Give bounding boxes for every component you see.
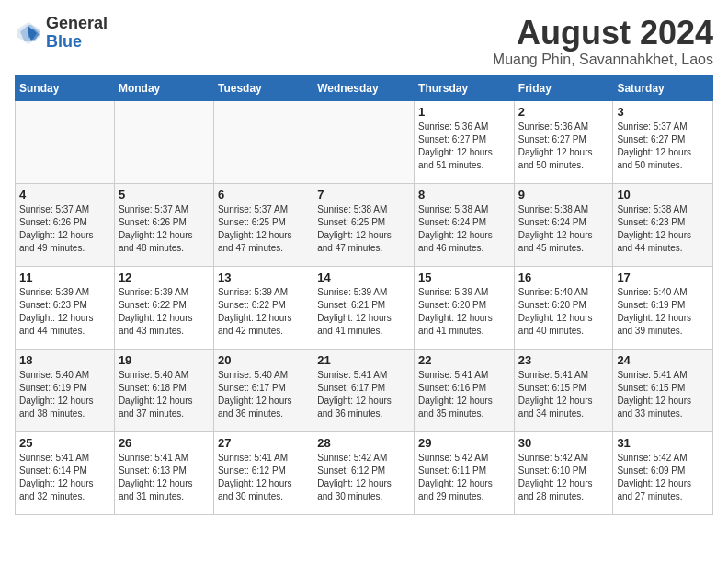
column-header-monday: Monday bbox=[114, 75, 213, 100]
day-cell: 18Sunrise: 5:40 AM Sunset: 6:19 PM Dayli… bbox=[16, 349, 115, 431]
day-cell: 24Sunrise: 5:41 AM Sunset: 6:15 PM Dayli… bbox=[613, 349, 713, 431]
day-cell: 1Sunrise: 5:36 AM Sunset: 6:27 PM Daylig… bbox=[415, 100, 515, 183]
location-subtitle: Muang Phin, Savannahkhet, Laos bbox=[493, 52, 713, 68]
day-number: 14 bbox=[317, 270, 410, 284]
day-number: 16 bbox=[518, 270, 609, 284]
day-cell: 22Sunrise: 5:41 AM Sunset: 6:16 PM Dayli… bbox=[415, 349, 515, 431]
day-info: Sunrise: 5:39 AM Sunset: 6:22 PM Dayligh… bbox=[218, 286, 309, 338]
calendar-table: SundayMondayTuesdayWednesdayThursdayFrid… bbox=[15, 75, 713, 515]
column-header-thursday: Thursday bbox=[415, 75, 515, 100]
day-cell: 15Sunrise: 5:39 AM Sunset: 6:20 PM Dayli… bbox=[415, 266, 515, 349]
day-cell: 11Sunrise: 5:39 AM Sunset: 6:23 PM Dayli… bbox=[16, 266, 115, 349]
month-title: August 2024 bbox=[493, 15, 713, 52]
day-number: 26 bbox=[119, 436, 210, 450]
day-number: 23 bbox=[518, 353, 609, 367]
column-header-tuesday: Tuesday bbox=[213, 75, 313, 100]
logo: General Blue bbox=[15, 15, 108, 52]
day-number: 29 bbox=[418, 436, 510, 450]
week-row-2: 4Sunrise: 5:37 AM Sunset: 6:26 PM Daylig… bbox=[16, 183, 713, 266]
day-number: 4 bbox=[19, 188, 110, 201]
day-number: 15 bbox=[418, 270, 510, 284]
day-number: 10 bbox=[617, 188, 709, 201]
day-cell: 17Sunrise: 5:40 AM Sunset: 6:19 PM Dayli… bbox=[613, 266, 713, 349]
day-cell: 29Sunrise: 5:42 AM Sunset: 6:11 PM Dayli… bbox=[415, 431, 515, 514]
week-row-3: 11Sunrise: 5:39 AM Sunset: 6:23 PM Dayli… bbox=[16, 266, 713, 349]
day-info: Sunrise: 5:40 AM Sunset: 6:18 PM Dayligh… bbox=[119, 369, 210, 420]
header-row: SundayMondayTuesdayWednesdayThursdayFrid… bbox=[16, 75, 713, 100]
day-info: Sunrise: 5:36 AM Sunset: 6:27 PM Dayligh… bbox=[418, 121, 510, 172]
day-cell: 26Sunrise: 5:41 AM Sunset: 6:13 PM Dayli… bbox=[114, 431, 213, 514]
logo-icon bbox=[15, 19, 42, 47]
day-number: 20 bbox=[218, 353, 309, 367]
day-cell: 23Sunrise: 5:41 AM Sunset: 6:15 PM Dayli… bbox=[514, 349, 613, 431]
day-cell: 8Sunrise: 5:38 AM Sunset: 6:24 PM Daylig… bbox=[415, 183, 515, 266]
day-info: Sunrise: 5:37 AM Sunset: 6:25 PM Dayligh… bbox=[218, 203, 309, 255]
day-info: Sunrise: 5:42 AM Sunset: 6:10 PM Dayligh… bbox=[518, 452, 609, 503]
day-info: Sunrise: 5:39 AM Sunset: 6:22 PM Dayligh… bbox=[119, 286, 210, 338]
column-header-sunday: Sunday bbox=[16, 75, 115, 100]
day-info: Sunrise: 5:38 AM Sunset: 6:24 PM Dayligh… bbox=[418, 203, 510, 255]
week-row-4: 18Sunrise: 5:40 AM Sunset: 6:19 PM Dayli… bbox=[16, 349, 713, 431]
day-info: Sunrise: 5:42 AM Sunset: 6:11 PM Dayligh… bbox=[418, 452, 510, 503]
day-number: 5 bbox=[119, 188, 210, 201]
day-info: Sunrise: 5:39 AM Sunset: 6:21 PM Dayligh… bbox=[317, 286, 410, 338]
day-cell bbox=[16, 100, 115, 183]
day-info: Sunrise: 5:39 AM Sunset: 6:23 PM Dayligh… bbox=[19, 286, 110, 338]
day-info: Sunrise: 5:41 AM Sunset: 6:17 PM Dayligh… bbox=[317, 369, 410, 420]
day-number: 3 bbox=[617, 105, 709, 119]
day-number: 11 bbox=[19, 270, 110, 284]
day-cell: 19Sunrise: 5:40 AM Sunset: 6:18 PM Dayli… bbox=[114, 349, 213, 431]
day-info: Sunrise: 5:37 AM Sunset: 6:27 PM Dayligh… bbox=[617, 121, 709, 172]
day-number: 12 bbox=[119, 270, 210, 284]
day-number: 9 bbox=[518, 188, 609, 201]
day-cell bbox=[313, 100, 415, 183]
day-info: Sunrise: 5:37 AM Sunset: 6:26 PM Dayligh… bbox=[19, 203, 110, 255]
day-info: Sunrise: 5:41 AM Sunset: 6:16 PM Dayligh… bbox=[418, 369, 510, 420]
title-block: August 2024 Muang Phin, Savannahkhet, La… bbox=[493, 15, 713, 68]
day-cell: 9Sunrise: 5:38 AM Sunset: 6:24 PM Daylig… bbox=[514, 183, 613, 266]
week-row-5: 25Sunrise: 5:41 AM Sunset: 6:14 PM Dayli… bbox=[16, 431, 713, 514]
day-cell: 13Sunrise: 5:39 AM Sunset: 6:22 PM Dayli… bbox=[213, 266, 313, 349]
day-info: Sunrise: 5:40 AM Sunset: 6:19 PM Dayligh… bbox=[19, 369, 110, 420]
column-header-wednesday: Wednesday bbox=[313, 75, 415, 100]
day-number: 31 bbox=[617, 436, 709, 450]
day-cell: 10Sunrise: 5:38 AM Sunset: 6:23 PM Dayli… bbox=[613, 183, 713, 266]
day-cell: 28Sunrise: 5:42 AM Sunset: 6:12 PM Dayli… bbox=[313, 431, 415, 514]
day-number: 30 bbox=[518, 436, 609, 450]
day-info: Sunrise: 5:41 AM Sunset: 6:14 PM Dayligh… bbox=[19, 452, 110, 503]
logo-text: General Blue bbox=[46, 15, 108, 52]
day-cell: 3Sunrise: 5:37 AM Sunset: 6:27 PM Daylig… bbox=[613, 100, 713, 183]
week-row-1: 1Sunrise: 5:36 AM Sunset: 6:27 PM Daylig… bbox=[16, 100, 713, 183]
day-info: Sunrise: 5:38 AM Sunset: 6:24 PM Dayligh… bbox=[518, 203, 609, 255]
day-info: Sunrise: 5:41 AM Sunset: 6:13 PM Dayligh… bbox=[119, 452, 210, 503]
day-number: 25 bbox=[19, 436, 110, 450]
day-info: Sunrise: 5:40 AM Sunset: 6:17 PM Dayligh… bbox=[218, 369, 309, 420]
day-info: Sunrise: 5:42 AM Sunset: 6:12 PM Dayligh… bbox=[317, 452, 410, 503]
day-info: Sunrise: 5:37 AM Sunset: 6:26 PM Dayligh… bbox=[119, 203, 210, 255]
day-cell: 25Sunrise: 5:41 AM Sunset: 6:14 PM Dayli… bbox=[16, 431, 115, 514]
day-info: Sunrise: 5:41 AM Sunset: 6:15 PM Dayligh… bbox=[617, 369, 709, 420]
logo-blue: Blue bbox=[46, 33, 108, 52]
day-info: Sunrise: 5:41 AM Sunset: 6:15 PM Dayligh… bbox=[518, 369, 609, 420]
day-number: 17 bbox=[617, 270, 709, 284]
day-number: 2 bbox=[518, 105, 609, 119]
day-cell: 12Sunrise: 5:39 AM Sunset: 6:22 PM Dayli… bbox=[114, 266, 213, 349]
day-number: 21 bbox=[317, 353, 410, 367]
day-cell bbox=[213, 100, 313, 183]
page-header: General Blue August 2024 Muang Phin, Sav… bbox=[15, 15, 713, 68]
day-cell: 7Sunrise: 5:38 AM Sunset: 6:25 PM Daylig… bbox=[313, 183, 415, 266]
day-number: 27 bbox=[218, 436, 309, 450]
day-number: 28 bbox=[317, 436, 410, 450]
logo-general: General bbox=[46, 15, 108, 33]
day-cell: 30Sunrise: 5:42 AM Sunset: 6:10 PM Dayli… bbox=[514, 431, 613, 514]
day-cell: 6Sunrise: 5:37 AM Sunset: 6:25 PM Daylig… bbox=[213, 183, 313, 266]
day-number: 6 bbox=[218, 188, 309, 201]
day-cell: 27Sunrise: 5:41 AM Sunset: 6:12 PM Dayli… bbox=[213, 431, 313, 514]
day-cell bbox=[114, 100, 213, 183]
day-cell: 4Sunrise: 5:37 AM Sunset: 6:26 PM Daylig… bbox=[16, 183, 115, 266]
day-cell: 16Sunrise: 5:40 AM Sunset: 6:20 PM Dayli… bbox=[514, 266, 613, 349]
day-info: Sunrise: 5:40 AM Sunset: 6:19 PM Dayligh… bbox=[617, 286, 709, 338]
day-cell: 31Sunrise: 5:42 AM Sunset: 6:09 PM Dayli… bbox=[613, 431, 713, 514]
day-info: Sunrise: 5:36 AM Sunset: 6:27 PM Dayligh… bbox=[518, 121, 609, 172]
day-number: 24 bbox=[617, 353, 709, 367]
